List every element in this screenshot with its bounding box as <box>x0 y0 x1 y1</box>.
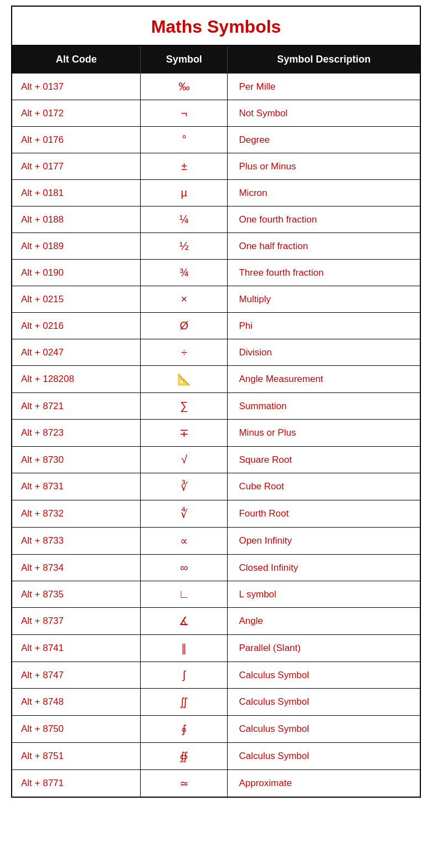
symbol-cell: ¾ <box>141 260 228 286</box>
table-row: Alt + 8750∮Calculus Symbol <box>12 716 420 743</box>
altcode-cell: Alt + 0215 <box>12 286 141 313</box>
table-row: Alt + 8723∓Minus or Plus <box>12 420 420 447</box>
altcode-cell: Alt + 8748 <box>12 689 141 716</box>
symbols-table: Alt Code Symbol Symbol Description Alt +… <box>11 45 421 798</box>
table-row: Alt + 8737∡Angle <box>12 608 420 635</box>
description-cell: Multiply <box>228 286 420 313</box>
description-cell: Not Symbol <box>228 100 420 127</box>
col-altcode: Alt Code <box>12 45 141 74</box>
page-wrapper: Maths Symbols Alt Code Symbol Symbol Des… <box>0 0 432 809</box>
altcode-cell: Alt + 0216 <box>12 313 141 339</box>
page-title: Maths Symbols <box>11 6 421 45</box>
altcode-cell: Alt + 0247 <box>12 339 141 366</box>
altcode-cell: Alt + 0177 <box>12 153 141 180</box>
symbol-cell: ∫ <box>141 662 228 689</box>
symbol-cell: ∟ <box>141 581 228 608</box>
altcode-cell: Alt + 8751 <box>12 743 141 770</box>
table-row: Alt + 8734∞Closed Infinity <box>12 555 420 581</box>
description-cell: Calculus Symbol <box>228 689 420 716</box>
col-description: Symbol Description <box>228 45 420 74</box>
description-cell: Angle Measurement <box>228 366 420 393</box>
description-cell: Phi <box>228 313 420 339</box>
symbol-cell: ∬ <box>141 689 228 716</box>
col-symbol: Symbol <box>141 45 228 74</box>
symbol-cell: ½ <box>141 233 228 260</box>
symbol-cell: ‰ <box>141 74 228 100</box>
symbol-cell: ∛ <box>141 473 228 500</box>
table-row: Alt + 0188¼One fourth fraction <box>12 206 420 233</box>
symbol-cell: Ø <box>141 313 228 339</box>
description-cell: Approximate <box>228 770 420 798</box>
symbol-cell: ∡ <box>141 608 228 635</box>
symbol-cell: × <box>141 286 228 313</box>
description-cell: Plus or Minus <box>228 153 420 180</box>
symbol-cell: µ <box>141 180 228 206</box>
symbol-cell: ∜ <box>141 500 228 528</box>
description-cell: Cube Root <box>228 473 420 500</box>
table-row: Alt + 0189½One half fraction <box>12 233 420 260</box>
altcode-cell: Alt + 8771 <box>12 770 141 798</box>
table-row: Alt + 0176°Degree <box>12 127 420 153</box>
table-row: Alt + 8733∝Open Infinity <box>12 528 420 555</box>
altcode-cell: Alt + 0188 <box>12 206 141 233</box>
altcode-cell: Alt + 8734 <box>12 555 141 581</box>
description-cell: Per Mille <box>228 74 420 100</box>
altcode-cell: Alt + 8750 <box>12 716 141 743</box>
altcode-cell: Alt + 0176 <box>12 127 141 153</box>
symbol-cell: ÷ <box>141 339 228 366</box>
symbol-cell: ± <box>141 153 228 180</box>
table-row: Alt + 0181µMicron <box>12 180 420 206</box>
table-row: Alt + 0247÷Division <box>12 339 420 366</box>
symbol-cell: ∞ <box>141 555 228 581</box>
altcode-cell: Alt + 0181 <box>12 180 141 206</box>
description-cell: Three fourth fraction <box>228 260 420 286</box>
description-cell: Fourth Root <box>228 500 420 528</box>
description-cell: L symbol <box>228 581 420 608</box>
symbol-cell: ∑ <box>141 393 228 420</box>
table-row: Alt + 0215×Multiply <box>12 286 420 313</box>
symbol-cell: ∓ <box>141 420 228 447</box>
table-row: Alt + 8730√Square Root <box>12 447 420 473</box>
table-header-row: Alt Code Symbol Symbol Description <box>12 45 420 74</box>
description-cell: Calculus Symbol <box>228 716 420 743</box>
description-cell: One half fraction <box>228 233 420 260</box>
altcode-cell: Alt + 0190 <box>12 260 141 286</box>
description-cell: Division <box>228 339 420 366</box>
symbol-cell: ∝ <box>141 528 228 555</box>
symbol-cell: ¬ <box>141 100 228 127</box>
table-row: Alt + 8747∫Calculus Symbol <box>12 662 420 689</box>
table-row: Alt + 8751∯Calculus Symbol <box>12 743 420 770</box>
table-row: Alt + 8771≃Approximate <box>12 770 420 798</box>
symbol-cell: ¼ <box>141 206 228 233</box>
description-cell: Parallel (Slant) <box>228 635 420 662</box>
description-cell: Calculus Symbol <box>228 743 420 770</box>
table-row: Alt + 0190¾Three fourth fraction <box>12 260 420 286</box>
symbol-cell: ° <box>141 127 228 153</box>
table-row: Alt + 8721∑Summation <box>12 393 420 420</box>
altcode-cell: Alt + 8747 <box>12 662 141 689</box>
table-row: Alt + 8748∬Calculus Symbol <box>12 689 420 716</box>
symbol-cell: ≃ <box>141 770 228 798</box>
table-row: Alt + 0177±Plus or Minus <box>12 153 420 180</box>
table-row: Alt + 0172¬Not Symbol <box>12 100 420 127</box>
altcode-cell: Alt + 8732 <box>12 500 141 528</box>
description-cell: Degree <box>228 127 420 153</box>
altcode-cell: Alt + 8730 <box>12 447 141 473</box>
table-row: Alt + 0216ØPhi <box>12 313 420 339</box>
altcode-cell: Alt + 8721 <box>12 393 141 420</box>
symbol-cell: 📐 <box>141 366 228 393</box>
altcode-cell: Alt + 0189 <box>12 233 141 260</box>
table-row: Alt + 0137‰Per Mille <box>12 74 420 100</box>
altcode-cell: Alt + 8737 <box>12 608 141 635</box>
altcode-cell: Alt + 8723 <box>12 420 141 447</box>
table-row: Alt + 8735∟L symbol <box>12 581 420 608</box>
table-row: Alt + 8731∛Cube Root <box>12 473 420 500</box>
altcode-cell: Alt + 0172 <box>12 100 141 127</box>
table-row: Alt + 8741∥Parallel (Slant) <box>12 635 420 662</box>
description-cell: Micron <box>228 180 420 206</box>
description-cell: Calculus Symbol <box>228 662 420 689</box>
symbol-cell: ∯ <box>141 743 228 770</box>
table-row: Alt + 8732∜Fourth Root <box>12 500 420 528</box>
altcode-cell: Alt + 8731 <box>12 473 141 500</box>
table-row: Alt + 128208📐Angle Measurement <box>12 366 420 393</box>
